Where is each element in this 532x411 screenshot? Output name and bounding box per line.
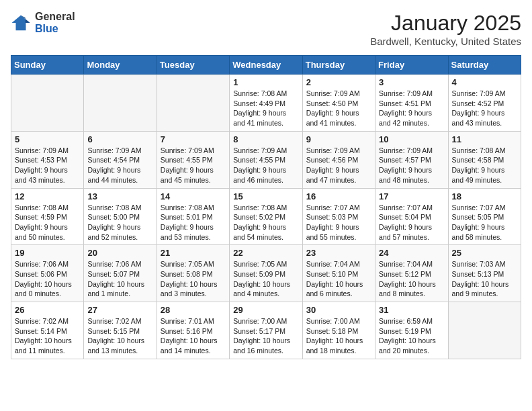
calendar-cell xyxy=(84,75,157,132)
calendar-cell: 24Sunrise: 7:04 AM Sunset: 5:12 PM Dayli… xyxy=(375,245,448,302)
day-number: 23 xyxy=(306,248,371,258)
day-info: Sunrise: 7:09 AM Sunset: 4:57 PM Dayligh… xyxy=(379,146,444,185)
calendar-cell: 21Sunrise: 7:05 AM Sunset: 5:08 PM Dayli… xyxy=(157,245,229,302)
day-info: Sunrise: 7:08 AM Sunset: 4:49 PM Dayligh… xyxy=(233,89,298,128)
day-number: 5 xyxy=(15,134,80,144)
calendar-cell: 6Sunrise: 7:09 AM Sunset: 4:54 PM Daylig… xyxy=(84,131,157,188)
day-info: Sunrise: 7:06 AM Sunset: 5:06 PM Dayligh… xyxy=(15,259,80,299)
calendar-cell: 20Sunrise: 7:06 AM Sunset: 5:07 PM Dayli… xyxy=(84,245,157,302)
calendar-cell: 27Sunrise: 7:02 AM Sunset: 5:15 PM Dayli… xyxy=(84,302,157,359)
calendar-cell: 1Sunrise: 7:08 AM Sunset: 4:49 PM Daylig… xyxy=(230,75,302,132)
day-info: Sunrise: 7:09 AM Sunset: 4:50 PM Dayligh… xyxy=(306,89,371,128)
calendar-table: SundayMondayTuesdayWednesdayThursdayFrid… xyxy=(11,55,521,359)
day-number: 13 xyxy=(87,191,152,201)
calendar-cell: 29Sunrise: 7:00 AM Sunset: 5:17 PM Dayli… xyxy=(230,302,302,359)
month-title: January 2025 xyxy=(370,11,521,36)
calendar-cell: 23Sunrise: 7:04 AM Sunset: 5:10 PM Dayli… xyxy=(302,245,375,302)
day-info: Sunrise: 7:04 AM Sunset: 5:12 PM Dayligh… xyxy=(379,259,444,299)
day-info: Sunrise: 7:08 AM Sunset: 5:00 PM Dayligh… xyxy=(87,203,152,242)
day-number: 21 xyxy=(161,248,226,258)
day-info: Sunrise: 7:07 AM Sunset: 5:04 PM Dayligh… xyxy=(379,203,444,242)
calendar-cell: 11Sunrise: 7:08 AM Sunset: 4:58 PM Dayli… xyxy=(448,131,521,188)
calendar-cell: 19Sunrise: 7:06 AM Sunset: 5:06 PM Dayli… xyxy=(11,245,84,302)
day-number: 27 xyxy=(87,305,152,315)
day-info: Sunrise: 7:02 AM Sunset: 5:14 PM Dayligh… xyxy=(15,316,80,356)
day-info: Sunrise: 7:03 AM Sunset: 5:13 PM Dayligh… xyxy=(452,259,517,299)
day-number: 31 xyxy=(379,305,444,315)
calendar-cell: 15Sunrise: 7:08 AM Sunset: 5:02 PM Dayli… xyxy=(230,188,302,245)
day-number: 11 xyxy=(452,134,517,144)
col-header-sunday: Sunday xyxy=(11,56,84,75)
calendar-cell xyxy=(11,75,84,132)
day-info: Sunrise: 7:04 AM Sunset: 5:10 PM Dayligh… xyxy=(306,259,371,299)
day-info: Sunrise: 7:09 AM Sunset: 4:51 PM Dayligh… xyxy=(379,89,444,128)
day-number: 16 xyxy=(306,191,371,201)
day-number: 4 xyxy=(452,77,517,87)
day-number: 26 xyxy=(15,305,80,315)
page-header: General Blue January 2025 Bardwell, Kent… xyxy=(11,11,521,47)
calendar-cell: 9Sunrise: 7:09 AM Sunset: 4:56 PM Daylig… xyxy=(302,131,375,188)
day-number: 24 xyxy=(379,248,444,258)
day-number: 29 xyxy=(233,305,298,315)
day-info: Sunrise: 7:09 AM Sunset: 4:56 PM Dayligh… xyxy=(306,146,371,185)
calendar-cell: 22Sunrise: 7:05 AM Sunset: 5:09 PM Dayli… xyxy=(230,245,302,302)
day-info: Sunrise: 7:00 AM Sunset: 5:17 PM Dayligh… xyxy=(233,316,298,356)
day-info: Sunrise: 7:08 AM Sunset: 5:02 PM Dayligh… xyxy=(233,203,298,242)
day-number: 10 xyxy=(379,134,444,144)
day-number: 28 xyxy=(161,305,226,315)
day-number: 18 xyxy=(452,191,517,201)
calendar-cell: 26Sunrise: 7:02 AM Sunset: 5:14 PM Dayli… xyxy=(11,302,84,359)
day-info: Sunrise: 7:08 AM Sunset: 4:59 PM Dayligh… xyxy=(15,203,80,242)
day-number: 20 xyxy=(87,248,152,258)
calendar-cell: 31Sunrise: 6:59 AM Sunset: 5:19 PM Dayli… xyxy=(375,302,448,359)
calendar-cell: 25Sunrise: 7:03 AM Sunset: 5:13 PM Dayli… xyxy=(448,245,521,302)
day-info: Sunrise: 7:09 AM Sunset: 4:52 PM Dayligh… xyxy=(452,89,517,128)
title-block: January 2025 Bardwell, Kentucky, United … xyxy=(370,11,521,47)
col-header-wednesday: Wednesday xyxy=(230,56,302,75)
logo-text: General Blue xyxy=(35,11,75,34)
location-text: Bardwell, Kentucky, United States xyxy=(370,36,521,47)
logo-blue-text: Blue xyxy=(35,23,75,35)
day-info: Sunrise: 7:02 AM Sunset: 5:15 PM Dayligh… xyxy=(87,316,152,356)
day-number: 1 xyxy=(233,77,298,87)
day-info: Sunrise: 7:00 AM Sunset: 5:18 PM Dayligh… xyxy=(306,316,371,356)
calendar-cell: 5Sunrise: 7:09 AM Sunset: 4:53 PM Daylig… xyxy=(11,131,84,188)
calendar-cell: 8Sunrise: 7:09 AM Sunset: 4:55 PM Daylig… xyxy=(230,131,302,188)
calendar-header-row: SundayMondayTuesdayWednesdayThursdayFrid… xyxy=(11,56,521,75)
logo-general-text: General xyxy=(35,11,75,23)
day-number: 3 xyxy=(379,77,444,87)
col-header-monday: Monday xyxy=(84,56,157,75)
day-number: 8 xyxy=(233,134,298,144)
calendar-cell: 3Sunrise: 7:09 AM Sunset: 4:51 PM Daylig… xyxy=(375,75,448,132)
day-info: Sunrise: 7:06 AM Sunset: 5:07 PM Dayligh… xyxy=(87,259,152,299)
calendar-week-row: 5Sunrise: 7:09 AM Sunset: 4:53 PM Daylig… xyxy=(11,131,521,188)
day-info: Sunrise: 7:01 AM Sunset: 5:16 PM Dayligh… xyxy=(161,316,226,356)
day-info: Sunrise: 7:09 AM Sunset: 4:54 PM Dayligh… xyxy=(87,146,152,185)
calendar-cell: 10Sunrise: 7:09 AM Sunset: 4:57 PM Dayli… xyxy=(375,131,448,188)
day-number: 30 xyxy=(306,305,371,315)
logo: General Blue xyxy=(11,11,75,34)
day-info: Sunrise: 7:08 AM Sunset: 4:58 PM Dayligh… xyxy=(452,146,517,185)
day-info: Sunrise: 6:59 AM Sunset: 5:19 PM Dayligh… xyxy=(379,316,444,356)
calendar-week-row: 26Sunrise: 7:02 AM Sunset: 5:14 PM Dayli… xyxy=(11,302,521,359)
day-number: 14 xyxy=(161,191,226,201)
day-number: 7 xyxy=(161,134,226,144)
calendar-cell: 16Sunrise: 7:07 AM Sunset: 5:03 PM Dayli… xyxy=(302,188,375,245)
day-info: Sunrise: 7:05 AM Sunset: 5:09 PM Dayligh… xyxy=(233,259,298,299)
calendar-week-row: 19Sunrise: 7:06 AM Sunset: 5:06 PM Dayli… xyxy=(11,245,521,302)
day-info: Sunrise: 7:05 AM Sunset: 5:08 PM Dayligh… xyxy=(161,259,226,299)
day-info: Sunrise: 7:08 AM Sunset: 5:01 PM Dayligh… xyxy=(161,203,226,242)
day-info: Sunrise: 7:07 AM Sunset: 5:05 PM Dayligh… xyxy=(452,203,517,242)
calendar-week-row: 12Sunrise: 7:08 AM Sunset: 4:59 PM Dayli… xyxy=(11,188,521,245)
calendar-week-row: 1Sunrise: 7:08 AM Sunset: 4:49 PM Daylig… xyxy=(11,75,521,132)
day-info: Sunrise: 7:09 AM Sunset: 4:55 PM Dayligh… xyxy=(161,146,226,185)
calendar-cell: 2Sunrise: 7:09 AM Sunset: 4:50 PM Daylig… xyxy=(302,75,375,132)
day-number: 17 xyxy=(379,191,444,201)
day-number: 25 xyxy=(452,248,517,258)
calendar-cell: 12Sunrise: 7:08 AM Sunset: 4:59 PM Dayli… xyxy=(11,188,84,245)
day-number: 6 xyxy=(87,134,152,144)
day-number: 19 xyxy=(15,248,80,258)
calendar-cell xyxy=(448,302,521,359)
col-header-tuesday: Tuesday xyxy=(157,56,229,75)
col-header-friday: Friday xyxy=(375,56,448,75)
